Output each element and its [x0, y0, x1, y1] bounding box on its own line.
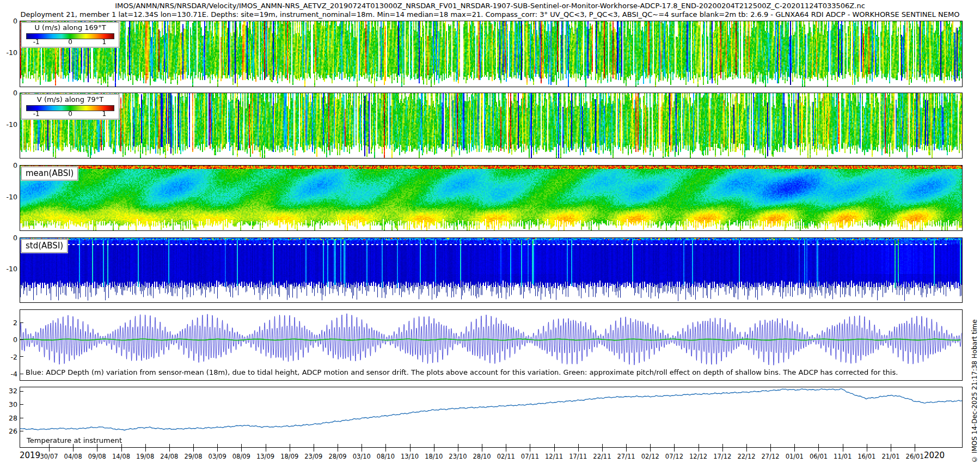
x-tick [506, 448, 506, 452]
x-tick-label: 06/01 [810, 453, 828, 460]
colorbar-tick-label: -1 [33, 38, 40, 46]
x-tick [746, 448, 747, 452]
figure-title-line2: Deployment 21, member 1 lat=12.34S lon=1… [0, 10, 980, 19]
x-tick-label: 13/09 [256, 453, 274, 460]
y-tick-label: 0 [0, 89, 17, 97]
x-tick [722, 448, 723, 452]
x-tick-label: 14/08 [112, 453, 130, 460]
u-velocity-legend: U (m/s) along 169°T -1 0 1 [21, 22, 119, 47]
x-tick [699, 448, 699, 452]
temperature-label: Temperature at instrument [27, 436, 122, 444]
depth-variation-caption: Blue: ADCP Depth (m) variation from sens… [24, 368, 899, 376]
x-tick [290, 448, 290, 452]
y-tick-label: 26 [0, 427, 17, 435]
panel-std-absi: std(ABSI) [20, 237, 963, 303]
x-tick [867, 448, 867, 452]
x-tick-label: 28/09 [328, 453, 346, 460]
x-tick [193, 448, 194, 452]
adcp-figure: IMOS/ANMN/NRS/NRSDAR/Velocity/IMOS_ANMN-… [0, 0, 980, 463]
colorbar-tick-label: -1 [33, 110, 40, 118]
x-tick-label: 11/01 [834, 453, 852, 460]
colorbar-tick-label: 1 [102, 38, 106, 46]
x-tick-label: 23/09 [304, 453, 322, 460]
x-tick [818, 448, 819, 452]
y-tick-label: -10 [0, 265, 17, 273]
x-tick-label: 24/08 [160, 453, 178, 460]
x-tick [650, 448, 651, 452]
x-tick [49, 448, 50, 452]
x-tick [843, 448, 843, 452]
x-tick [121, 448, 122, 452]
x-tick [145, 448, 146, 452]
y-tick-label: 30 [0, 400, 17, 409]
x-tick-label: 02/12 [641, 453, 659, 460]
x-tick [338, 448, 338, 452]
y-tick-label: 28 [0, 414, 17, 422]
x-tick [626, 448, 627, 452]
x-tick-label: 22/11 [593, 453, 611, 460]
x-tick-label: 09/08 [88, 453, 106, 460]
temperature-line-canvas [20, 387, 962, 447]
x-tick-label: 26/01 [906, 453, 924, 460]
x-tick [602, 448, 603, 452]
x-axis-year-start: 2019 [20, 450, 40, 460]
panel-depth-variation: Blue: ADCP Depth (m) variation from sens… [20, 309, 963, 381]
x-tick-label: 08/09 [232, 453, 250, 460]
mean-absi-heatmap-canvas [20, 166, 962, 230]
std-absi-label: std(ABSI) [21, 239, 68, 253]
imos-watermark: © IMOS 14-Dec-2025 21:17:38 Hobart time [971, 291, 979, 463]
x-tick-label: 02/11 [497, 453, 515, 460]
y-tick-label: 2 [0, 319, 17, 327]
x-tick-label: 03/09 [209, 453, 226, 460]
x-tick-label: 16/01 [857, 453, 875, 460]
y-tick-label: -10 [0, 48, 17, 57]
x-tick-label: 04/08 [64, 453, 82, 460]
x-tick-label: 30/07 [40, 453, 58, 460]
x-tick-label: 17/12 [713, 453, 731, 460]
x-tick-label: 18/10 [425, 453, 443, 460]
x-tick [530, 448, 530, 452]
v-velocity-legend: V (m/s) along 79°T -1 0 1 [21, 94, 119, 119]
colorbar-tick-label: 1 [102, 110, 106, 118]
x-tick-label: 17/11 [569, 453, 587, 460]
x-tick [770, 448, 771, 452]
x-tick-label: 07/11 [521, 453, 539, 460]
y-tick-label: 0 [0, 161, 17, 169]
y-tick-label: 0 [0, 17, 17, 25]
x-tick [241, 448, 242, 452]
x-tick [385, 448, 386, 452]
x-tick-label: 03/10 [353, 453, 371, 460]
y-tick-label: -10 [0, 193, 17, 201]
x-axis-year-end: 2020 [924, 450, 945, 460]
mean-absi-label: mean(ABSI) [21, 167, 78, 180]
figure-title-line1: IMOS/ANMN/NRS/NRSDAR/Velocity/IMOS_ANMN-… [0, 2, 980, 10]
x-tick-label: 28/10 [473, 453, 491, 460]
x-tick [434, 448, 434, 452]
x-tick [169, 448, 170, 452]
x-tick-label: 07/12 [665, 453, 683, 460]
x-tick-label: 18/09 [280, 453, 298, 460]
panel-v-velocity: V (m/s) along 79°T -1 0 1 [20, 93, 963, 159]
x-tick-label: 27/12 [762, 453, 780, 460]
y-tick-label: -10 [0, 120, 17, 129]
y-tick-label: -2 [0, 353, 17, 361]
x-tick [314, 448, 314, 452]
x-tick [554, 448, 555, 452]
v-velocity-legend-title: V (m/s) along 79°T [22, 95, 119, 103]
x-tick [97, 448, 97, 452]
panel-u-velocity: U (m/s) along 169°T -1 0 1 [20, 21, 963, 87]
x-tick [410, 448, 411, 452]
x-tick-label: 12/11 [545, 453, 563, 460]
std-absi-heatmap-canvas [20, 238, 962, 302]
x-tick-label: 22/12 [737, 453, 755, 460]
x-tick [915, 448, 915, 452]
u-velocity-legend-title: U (m/s) along 169°T [22, 23, 119, 32]
colorbar-tick-label: 0 [68, 38, 72, 46]
x-tick-label: 19/08 [136, 453, 154, 460]
y-tick-label: 32 [0, 387, 17, 395]
x-tick-label: 13/10 [401, 453, 419, 460]
x-tick [578, 448, 579, 452]
x-tick [217, 448, 218, 452]
x-tick-label: 27/11 [617, 453, 635, 460]
y-tick-label: 0 [0, 336, 17, 344]
